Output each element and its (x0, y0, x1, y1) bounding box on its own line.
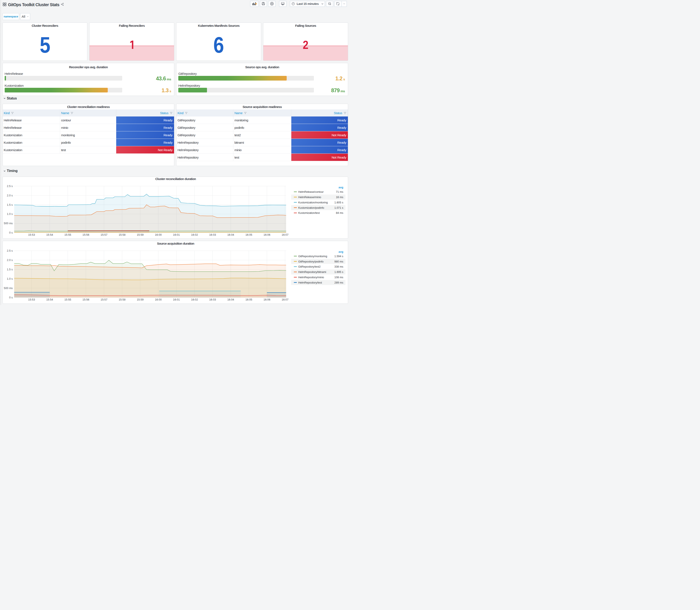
svg-text:15:59: 15:59 (137, 298, 144, 301)
svg-text:0 s: 0 s (9, 231, 13, 234)
svg-text:2.5 s: 2.5 s (7, 184, 13, 188)
svg-text:1.071 s: 1.071 s (334, 206, 343, 209)
svg-text:HelmRepository/test: HelmRepository/test (298, 281, 322, 284)
svg-text:16:07: 16:07 (281, 298, 288, 301)
svg-text:15:57: 15:57 (100, 298, 107, 301)
svg-text:1.5 s: 1.5 s (7, 268, 13, 271)
svg-text:15:55: 15:55 (64, 298, 71, 301)
svg-text:16 ms: 16 ms (336, 195, 343, 199)
svg-text:16:00: 16:00 (155, 233, 162, 236)
svg-text:Kustomization/test: Kustomization/test (298, 211, 320, 214)
svg-text:15:56: 15:56 (82, 298, 89, 301)
svg-text:15:59: 15:59 (137, 233, 144, 236)
svg-text:GitRepository/test2: GitRepository/test2 (298, 265, 321, 268)
svg-text:16:05: 16:05 (245, 298, 252, 301)
svg-text:Kustomization/podinfo: Kustomization/podinfo (298, 206, 324, 209)
svg-text:15:57: 15:57 (100, 233, 107, 236)
svg-text:2.0 s: 2.0 s (7, 194, 13, 197)
svg-text:1.0 s: 1.0 s (7, 277, 13, 280)
svg-text:HelmRelease/contour: HelmRelease/contour (298, 190, 324, 193)
svg-text:1.594 s: 1.594 s (334, 254, 343, 258)
svg-text:16:05: 16:05 (245, 233, 252, 236)
svg-text:16:03: 16:03 (209, 298, 216, 301)
svg-text:500 ms: 500 ms (4, 286, 13, 289)
svg-text:980 ms: 980 ms (334, 260, 343, 263)
svg-text:16:00: 16:00 (155, 298, 162, 301)
svg-text:16:02: 16:02 (191, 298, 198, 301)
svg-text:Kustomization/monitoring: Kustomization/monitoring (298, 200, 328, 204)
svg-text:15:58: 15:58 (118, 233, 125, 236)
svg-text:1.5 s: 1.5 s (7, 203, 13, 206)
svg-text:16:01: 16:01 (173, 298, 180, 301)
svg-text:avg: avg (339, 186, 343, 189)
svg-text:GitRepository/podinfo: GitRepository/podinfo (298, 260, 323, 263)
svg-text:HelmRepository/minio: HelmRepository/minio (298, 276, 324, 279)
svg-text:HelmRelease/minio: HelmRelease/minio (298, 195, 321, 199)
svg-text:16:03: 16:03 (209, 233, 216, 236)
svg-text:1.0 s: 1.0 s (7, 212, 13, 215)
svg-text:15:58: 15:58 (118, 298, 125, 301)
svg-text:16:01: 16:01 (173, 233, 180, 236)
svg-text:Cluster reconciliation duratio: Cluster reconciliation duration (155, 177, 196, 181)
svg-text:16:06: 16:06 (263, 298, 270, 301)
svg-text:0 s: 0 s (9, 296, 13, 299)
svg-text:15:54: 15:54 (46, 233, 53, 236)
svg-text:HelmRepository/bitnami: HelmRepository/bitnami (298, 270, 326, 274)
svg-text:GitRepository/monitoring: GitRepository/monitoring (298, 254, 327, 258)
svg-text:16:02: 16:02 (191, 233, 198, 236)
svg-text:avg: avg (339, 250, 343, 253)
svg-text:15:55: 15:55 (64, 233, 71, 236)
svg-text:16:04: 16:04 (227, 298, 234, 301)
svg-text:84 ms: 84 ms (336, 211, 343, 214)
svg-text:500 ms: 500 ms (4, 222, 13, 225)
svg-text:15:53: 15:53 (28, 233, 35, 236)
svg-text:Source acquisition duration: Source acquisition duration (157, 242, 194, 245)
svg-text:16:07: 16:07 (281, 233, 288, 236)
svg-text:2.0 s: 2.0 s (7, 258, 13, 262)
svg-text:15:56: 15:56 (82, 233, 89, 236)
svg-text:71 ms: 71 ms (336, 190, 343, 193)
svg-text:16:04: 16:04 (227, 233, 234, 236)
svg-text:108 ms: 108 ms (334, 276, 343, 279)
svg-text:2.5 s: 2.5 s (7, 249, 13, 252)
svg-text:1.695 s: 1.695 s (334, 270, 343, 274)
svg-text:289 ms: 289 ms (334, 281, 343, 284)
svg-text:338 ms: 338 ms (334, 265, 343, 268)
svg-text:15:54: 15:54 (46, 298, 53, 301)
svg-text:15:53: 15:53 (28, 298, 35, 301)
svg-text:16:06: 16:06 (263, 233, 270, 236)
svg-text:1.605 s: 1.605 s (334, 200, 343, 204)
